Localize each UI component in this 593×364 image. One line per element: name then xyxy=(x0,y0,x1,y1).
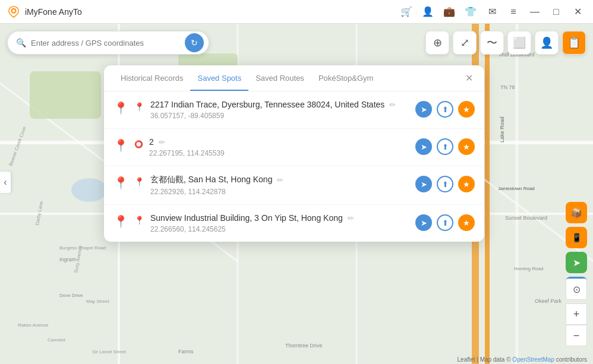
left-panel-toggle[interactable]: ‹ xyxy=(0,172,11,193)
location-pin-icon: 📍 xyxy=(113,176,128,190)
search-input[interactable] xyxy=(31,39,185,48)
move-button[interactable]: ⤢ xyxy=(453,31,477,55)
searchbar: 🔍 ↻ xyxy=(7,31,209,55)
navigate-button[interactable]: ➤ xyxy=(415,214,432,231)
search-icon: 🔍 xyxy=(16,38,26,48)
titlebar: iMyFone AnyTo 🛒 👤 💼 👕 ✉ ≡ — □ ✕ xyxy=(0,0,593,24)
svg-text:Jamestown Road: Jamestown Road xyxy=(498,186,535,191)
minimize-button[interactable]: — xyxy=(526,4,543,20)
record-title-text: 2217 Indian Trace, Dyersburg, Tennessee … xyxy=(150,100,384,109)
tab-historical-records[interactable]: Historical Records xyxy=(113,65,190,91)
svg-text:Dove Drive: Dove Drive xyxy=(59,293,83,298)
svg-text:Farms: Farms xyxy=(178,349,194,354)
maximize-button[interactable]: □ xyxy=(548,4,564,20)
record-content: 玄都仙觀, San Ha St, Hong Kong ✏ 22.262926, … xyxy=(150,175,409,196)
record-actions: ➤ ⬆ ★ xyxy=(415,138,475,155)
pin-icon: 📍 xyxy=(134,177,144,186)
saved-spots-modal: Historical Records Saved Spots Saved Rou… xyxy=(104,65,484,242)
record-row: 📍 📍 2217 Indian Trace, Dyersburg, Tennes… xyxy=(104,91,484,129)
side-orange-button[interactable]: 📦 xyxy=(566,202,587,223)
svg-rect-15 xyxy=(30,71,101,119)
favorite-button[interactable]: ★ xyxy=(458,176,475,192)
edit-icon[interactable]: ✏ xyxy=(277,176,283,185)
tab-saved-routes[interactable]: Saved Routes xyxy=(248,65,311,91)
edit-icon[interactable]: ✏ xyxy=(389,100,396,109)
record-actions: ➤ ⬆ ★ xyxy=(415,176,475,192)
zoom-out-button[interactable]: − xyxy=(566,325,587,346)
svg-text:Thorntree Drive: Thorntree Drive xyxy=(285,343,323,349)
tab-saved-spots[interactable]: Saved Spots xyxy=(190,65,248,91)
modal-close-button[interactable]: ✕ xyxy=(462,71,476,86)
map-attribution: Leaflet | Map data © OpenStreetMap contr… xyxy=(458,356,587,363)
teleport-button[interactable]: ⬆ xyxy=(437,101,453,118)
favorite-button[interactable]: ★ xyxy=(458,138,475,155)
user-icon[interactable]: 👤 xyxy=(419,4,436,20)
svg-text:Sunset Boulevard: Sunset Boulevard xyxy=(505,215,547,221)
refresh-button[interactable]: ↻ xyxy=(185,33,204,52)
close-button[interactable]: ✕ xyxy=(569,4,586,20)
app-title: iMyFone AnyTo xyxy=(25,7,82,17)
email-icon[interactable]: ✉ xyxy=(484,4,500,20)
screenshot-button[interactable]: 📋 xyxy=(562,31,586,55)
teleport-button[interactable]: ⬆ xyxy=(437,138,453,155)
menu-icon[interactable]: ≡ xyxy=(505,4,522,20)
gps-button[interactable]: ⊕ xyxy=(425,31,449,55)
route-button[interactable]: 〜 xyxy=(480,31,504,55)
shirt-icon[interactable]: 👕 xyxy=(462,4,479,20)
record-row: 📍 📍 玄都仙觀, San Ha St, Hong Kong ✏ 22.2629… xyxy=(104,166,484,205)
teleport-button[interactable]: ⬆ xyxy=(437,176,453,192)
favorite-button[interactable]: ★ xyxy=(458,101,475,118)
svg-text:May Street: May Street xyxy=(86,299,109,304)
teleport-button[interactable]: ⬆ xyxy=(437,214,453,231)
favorite-button[interactable]: ★ xyxy=(458,214,475,231)
record-title: Sunview Industrial Building, 3 On Yip St… xyxy=(150,213,409,223)
record-title-text: Sunview Industrial Building, 3 On Yip St… xyxy=(150,213,343,223)
record-content: 2217 Indian Trace, Dyersburg, Tennessee … xyxy=(150,100,409,120)
person-button[interactable]: 👤 xyxy=(535,31,559,55)
svg-text:TN 78: TN 78 xyxy=(500,84,515,90)
pin-icon: 📍 xyxy=(134,102,144,112)
record-title: 2 ✏ xyxy=(149,137,409,147)
box-button[interactable]: ⬜ xyxy=(507,31,531,55)
edit-icon[interactable]: ✏ xyxy=(348,214,354,223)
record-row: 📍 ⭕ 2 ✏ 22.267195, 114.245539 ➤ ⬆ ★ xyxy=(104,129,484,166)
right-toolbar: ⊕ ⤢ 〜 ⬜ 👤 📋 xyxy=(425,31,586,55)
record-coords: 22.266560, 114.245625 xyxy=(150,225,409,233)
mapdata-label: Map data © xyxy=(480,356,511,363)
edit-icon[interactable]: ✏ xyxy=(159,138,165,147)
record-actions: ➤ ⬆ ★ xyxy=(415,214,475,231)
navigate-button[interactable]: ➤ xyxy=(415,176,432,192)
locate-button[interactable]: ⊙ xyxy=(566,278,587,300)
cart-icon[interactable]: 🛒 xyxy=(398,4,415,20)
record-content: 2 ✏ 22.267195, 114.245539 xyxy=(149,137,409,157)
record-title: 玄都仙觀, San Ha St, Hong Kong ✏ xyxy=(150,175,409,185)
svg-text:Lake Road: Lake Road xyxy=(499,116,505,143)
record-row: 📍 📍 Sunview Industrial Building, 3 On Yi… xyxy=(104,205,484,242)
zoom-in-button[interactable]: + xyxy=(566,303,587,325)
record-coords: 36.057157, -89.405859 xyxy=(150,112,409,120)
title-icons: 🛒 👤 💼 👕 ✉ ≡ — □ ✕ xyxy=(398,4,586,20)
record-title: 2217 Indian Trace, Dyersburg, Tennessee … xyxy=(150,100,409,109)
record-content: Sunview Industrial Building, 3 On Yip St… xyxy=(150,213,409,233)
side-green-button[interactable]: ➤ xyxy=(566,252,587,273)
app-logo xyxy=(7,5,20,18)
navigate-button[interactable]: ➤ xyxy=(415,138,432,155)
contributors-label: contributors xyxy=(556,356,587,363)
osm-link[interactable]: OpenStreetMap xyxy=(512,356,554,363)
modal-tabs: Historical Records Saved Spots Saved Rou… xyxy=(104,65,484,91)
zoom-controls: ⊙ + − xyxy=(566,278,587,346)
briefcase-icon[interactable]: 💼 xyxy=(441,4,458,20)
svg-text:Horning Road: Horning Road xyxy=(514,266,543,271)
side-orange-button2[interactable]: 📱 xyxy=(566,227,587,248)
pin-icon: ⭕ xyxy=(134,140,143,148)
navigate-button[interactable]: ➤ xyxy=(415,101,432,118)
record-coords: 22.262926, 114.242878 xyxy=(150,188,409,196)
location-pin-icon: 📍 xyxy=(113,138,128,153)
svg-text:Ingram: Ingram xyxy=(59,257,76,262)
record-title-text: 2 xyxy=(149,137,154,147)
record-title-text: 玄都仙觀, San Ha St, Hong Kong xyxy=(150,175,272,185)
pin-icon: 📍 xyxy=(134,216,144,225)
tab-pokestop[interactable]: PokéStop&Gym xyxy=(311,65,381,91)
location-pin-icon: 📍 xyxy=(113,101,128,115)
svg-text:Camelot: Camelot xyxy=(48,337,66,343)
